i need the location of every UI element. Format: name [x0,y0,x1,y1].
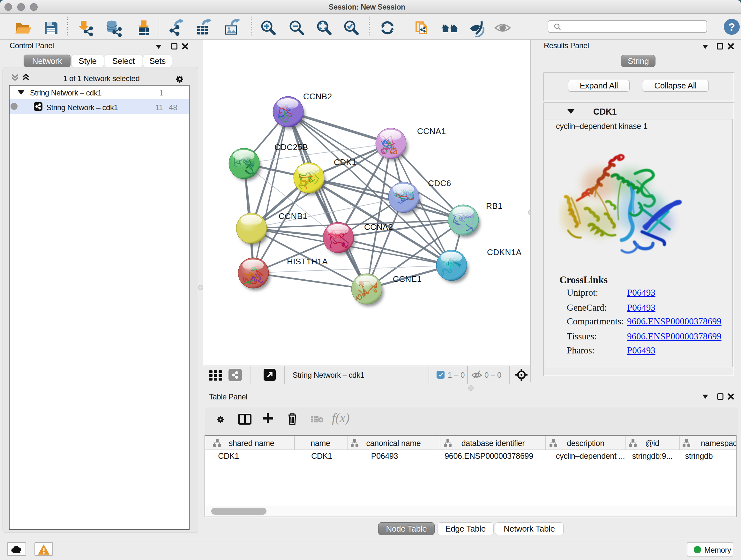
svg-text:CCNA1: CCNA1 [417,126,446,136]
svg-text:CDC6: CDC6 [428,179,451,188]
svg-text:CCNB1: CCNB1 [279,211,308,221]
svg-text:HIST1H1A: HIST1H1A [287,257,328,266]
svg-text:CCNE1: CCNE1 [393,274,422,284]
svg-text:RB1: RB1 [486,201,502,211]
svg-text:CDC25B: CDC25B [274,142,308,152]
svg-text:CCNA2: CCNA2 [364,222,393,232]
svg-text:CDK1: CDK1 [334,158,356,167]
svg-text:CDKN1A: CDKN1A [487,247,522,257]
svg-text:CCNB2: CCNB2 [303,91,332,101]
